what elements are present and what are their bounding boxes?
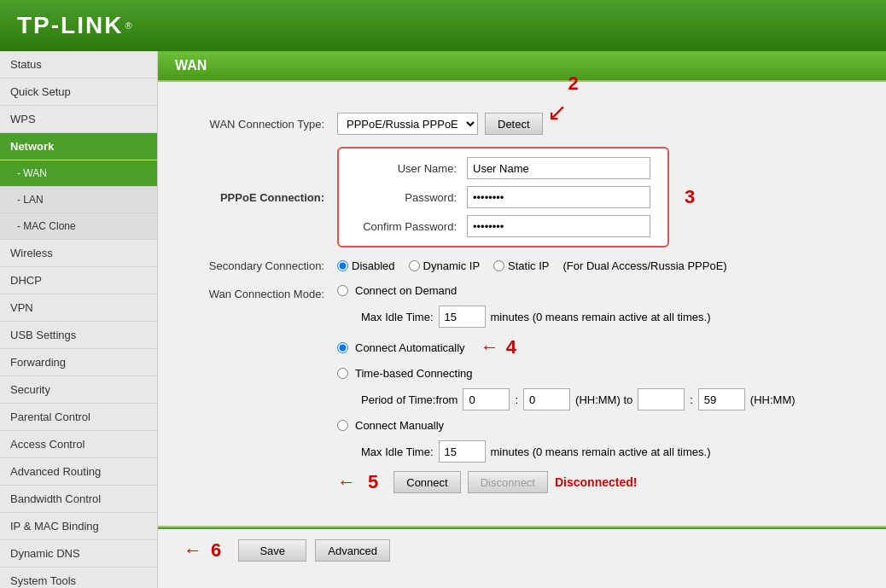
step5-badge: 5 [368,471,378,493]
pppoe-box: User Name: Password: Confirm Password: [337,147,695,247]
sidebar-item-lan[interactable]: - LAN [0,187,157,213]
sidebar-item-forwarding[interactable]: Forwarding [0,349,157,376]
pppoe-credentials-box: User Name: Password: Confirm Password: [337,147,669,247]
connect-on-demand-radio[interactable] [337,285,348,296]
sidebar-item-dynamic-dns[interactable]: Dynamic DNS [0,540,157,568]
sidebar-item-security[interactable]: Security [0,376,157,404]
username-label: User Name: [356,162,467,175]
wan-connection-mode-label: Wan Connection Mode: [184,284,337,300]
connect-manually-label: Connect Manually [355,419,444,432]
confirm-password-input[interactable] [467,215,650,237]
time-to2-input[interactable] [698,388,745,410]
sidebar: StatusQuick SetupWPSNetwork- WAN- LAN- M… [0,51,158,588]
time-from1-input[interactable] [463,388,510,410]
content-area: WAN Connection Type: PPPoE/Russia PPPoE … [158,96,886,522]
hhmm1-label: (HH:MM) to [575,393,632,406]
sidebar-item-wan[interactable]: - WAN [0,160,157,187]
pppoe-connection-row: PPPoE Connection: User Name: Password: [184,147,860,247]
username-row: User Name: [356,157,650,179]
connect-manually-option: Connect Manually [337,419,796,432]
step6-badge: 6 [211,539,221,562]
connect-automatically-radio[interactable] [337,342,348,353]
pppoe-connection-label: PPPoE Connection: [184,191,337,204]
connect-on-demand-option: Connect on Demand [337,284,796,297]
max-idle-time-input2[interactable] [439,440,486,463]
username-input[interactable] [467,157,650,179]
secondary-disabled-radio[interactable] [337,260,348,271]
password-input[interactable] [467,186,650,208]
max-idle-time-row2: Max Idle Time: minutes (0 means remain a… [361,440,796,463]
wan-connection-type-control: PPPoE/Russia PPPoE Dynamic IP Static IP … [337,113,543,135]
max-idle-time-label1: Max Idle Time: [361,311,434,323]
password-row: Password: [356,186,650,208]
hhmm2-label: (HH:MM) [750,393,796,406]
secondary-dynamic-radio[interactable] [409,260,420,271]
wan-connection-type-label: WAN Connection Type: [184,118,337,131]
time-from2-input[interactable] [523,388,570,410]
secondary-radio-group: Disabled Dynamic IP Static IP (For Dual … [337,259,727,272]
connect-button[interactable]: Connect [393,471,460,493]
wan-connection-type-row: WAN Connection Type: PPPoE/Russia PPPoE … [184,113,860,135]
time-colon1: : [515,393,518,406]
secondary-dynamic-label: Dynamic IP [423,259,480,272]
layout: StatusQuick SetupWPSNetwork- WAN- LAN- M… [0,51,886,588]
time-to1-input[interactable] [638,388,685,410]
main-content: WAN WAN Connection Type: PPPoE/Russia PP… [158,51,886,588]
sidebar-item-wireless[interactable]: Wireless [0,240,157,267]
sidebar-item-ip-mac-binding[interactable]: IP & MAC Binding [0,513,157,540]
secondary-disabled-label: Disabled [352,259,395,272]
sidebar-item-access-control[interactable]: Access Control [0,431,157,458]
logo: TP-LINK [17,12,123,39]
secondary-dynamic-option[interactable]: Dynamic IP [409,259,480,272]
secondary-connection-row: Secondary Connection: Disabled Dynamic I… [184,259,860,272]
step3-badge: 3 [685,186,695,208]
sidebar-item-bandwidth-control[interactable]: Bandwidth Control [0,486,157,513]
secondary-disabled-option[interactable]: Disabled [337,259,395,272]
max-idle-time-input1[interactable] [439,306,486,328]
arrow4-icon: ← [481,336,499,358]
sidebar-item-system-tools[interactable]: System Tools [0,568,157,588]
sidebar-item-quick-setup[interactable]: Quick Setup [0,79,157,106]
time-based-radio[interactable] [337,368,348,379]
sidebar-item-advanced-routing[interactable]: Advanced Routing [0,458,157,486]
sidebar-item-mac-clone[interactable]: - MAC Clone [0,213,157,240]
step4-badge: 4 [506,336,516,358]
sidebar-item-network[interactable]: Network [0,133,157,160]
step2-badge: 2 [568,73,579,95]
disconnected-status: Disconnected! [555,475,637,489]
sidebar-item-wps[interactable]: WPS [0,106,157,133]
wan-connection-type-select[interactable]: PPPoE/Russia PPPoE Dynamic IP Static IP … [337,113,478,135]
time-based-label: Time-based Connecting [355,367,473,380]
sidebar-item-dhcp[interactable]: DHCP [0,267,157,294]
connect-disconnect-row: ← 5 Connect Disconnect Disconnected! [337,471,796,493]
max-idle-time-label2: Max Idle Time: [361,445,434,458]
connect-on-demand-label: Connect on Demand [355,284,457,297]
section-title: WAN [158,51,886,80]
secondary-static-radio[interactable] [493,260,504,271]
arrow2-icon: ↙ [547,98,567,126]
period-from-label: Period of Time:from [361,393,458,406]
disconnect-button[interactable]: Disconnect [468,471,548,493]
secondary-connection-control: Disabled Dynamic IP Static IP (For Dual … [337,259,727,272]
arrow5-icon: ← [337,471,356,493]
bottom-bar: ← 6 Save Advanced [158,527,886,572]
max-idle-note1: minutes (0 means remain active at all ti… [491,311,711,323]
sidebar-item-vpn[interactable]: VPN [0,294,157,322]
connect-manually-radio[interactable] [337,420,348,431]
arrow6-icon: ← [184,539,202,562]
password-label: Password: [356,191,467,204]
confirm-password-row: Confirm Password: [356,215,650,237]
max-idle-time-row1: Max Idle Time: minutes (0 means remain a… [361,306,796,328]
secondary-static-label: Static IP [508,259,549,272]
time-colon2: : [690,393,693,406]
sidebar-item-parental-control[interactable]: Parental Control [0,404,157,431]
advanced-button[interactable]: Advanced [315,539,390,562]
detect-button[interactable]: Detect [485,113,543,135]
save-button[interactable]: Save [238,539,306,562]
secondary-note: (For Dual Access/Russia PPPoE) [562,259,726,272]
secondary-static-option[interactable]: Static IP [493,259,549,272]
sidebar-item-status[interactable]: Status [0,51,157,79]
sidebar-item-usb-settings[interactable]: USB Settings [0,322,157,349]
time-period-row: Period of Time:from : (HH:MM) to : (HH:M… [361,388,796,410]
max-idle-note2: minutes (0 means remain active at all ti… [491,445,711,458]
